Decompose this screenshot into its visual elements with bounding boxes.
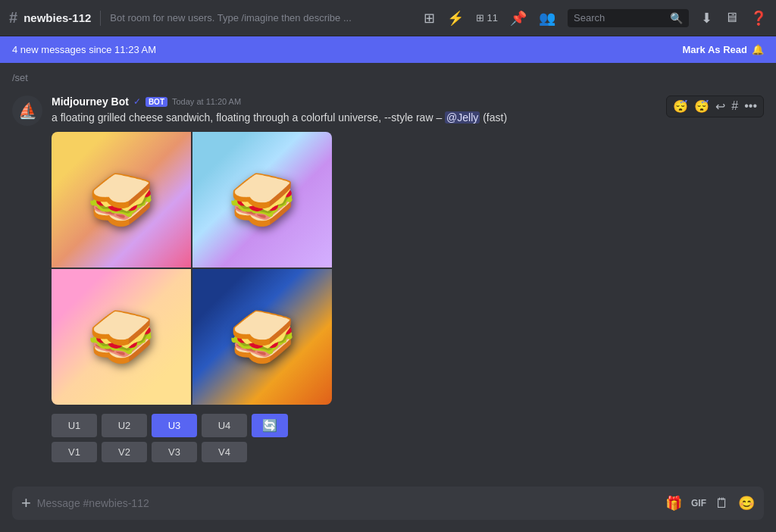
message-timestamp: Today at 11:20 AM xyxy=(172,97,241,106)
search-icon: 🔍 xyxy=(670,12,683,24)
image-bottom-right[interactable]: 🥪 xyxy=(192,269,332,405)
add-attachment-button[interactable]: + xyxy=(21,493,31,513)
message-main-text: a floating grilled cheese sandwich, floa… xyxy=(52,111,433,124)
verified-icon: ✓ xyxy=(133,96,141,107)
mark-as-read-button[interactable]: Mark As Read 🔔 xyxy=(683,44,765,55)
v3-button[interactable]: V3 xyxy=(152,442,197,462)
gif-icon[interactable]: GIF xyxy=(691,498,706,509)
system-message-text: /set xyxy=(12,72,28,83)
message-body: Midjourney Bot ✓ BOT Today at 11:20 AM a… xyxy=(52,95,764,405)
message-actions: 😴 😴 ↩ # ••• xyxy=(666,95,764,117)
channel-hash-icon: # xyxy=(9,9,17,27)
image-action-buttons: U1 U2 U3 U4 🔄 V1 V2 V3 V4 xyxy=(0,408,776,465)
bot-badge: BOT xyxy=(146,97,167,107)
channel-header: # newbies-112 Bot room for new users. Ty… xyxy=(0,0,776,36)
react2-icon[interactable]: 😴 xyxy=(694,99,709,114)
sandwich-emoji-tr: 🥪 xyxy=(228,167,296,232)
bell-icon: 🔔 xyxy=(752,44,764,55)
v2-button[interactable]: V2 xyxy=(102,442,147,462)
system-message: /set xyxy=(0,69,776,86)
image-top-left[interactable]: 🥪 xyxy=(52,132,191,268)
u2-button[interactable]: U2 xyxy=(102,414,147,437)
header-actions: ⊞ ⚡ ⊞ 11 📌 👥 🔍 ⬇ 🖥 ❓ xyxy=(424,9,767,27)
v1-button[interactable]: V1 xyxy=(52,442,97,462)
pin-icon[interactable]: 📌 xyxy=(510,10,527,27)
member-count-badge: ⊞ 11 xyxy=(476,12,498,23)
emoji-icon[interactable]: 😊 xyxy=(738,495,755,512)
message-speed: (fast) xyxy=(483,111,507,124)
notification-bar: 4 new messages since 11:23 AM Mark As Re… xyxy=(0,36,776,63)
sticker-icon[interactable]: 🗒 xyxy=(715,496,729,512)
chat-input[interactable] xyxy=(37,497,659,509)
mark-read-label: Mark As Read xyxy=(683,44,748,55)
react-icon[interactable]: 😴 xyxy=(673,99,688,114)
header-divider xyxy=(100,11,101,26)
bot-avatar-icon: ⛵ xyxy=(18,102,37,120)
gift-icon[interactable]: 🎁 xyxy=(665,495,682,512)
sandwich-emoji-tl: 🥪 xyxy=(87,167,155,232)
u1-button[interactable]: U1 xyxy=(52,414,97,437)
help-icon[interactable]: ❓ xyxy=(750,10,767,27)
refresh-button[interactable]: 🔄 xyxy=(252,414,288,437)
members-icon[interactable]: 👥 xyxy=(539,10,555,27)
reply-icon[interactable]: ↩ xyxy=(715,99,725,114)
member-count: 11 xyxy=(487,12,498,23)
threads-icon[interactable]: ⊞ xyxy=(424,10,435,27)
image-grid[interactable]: 🥪 🥪 🥪 🥪 xyxy=(52,132,332,405)
more-icon[interactable]: ••• xyxy=(744,99,757,114)
image-top-right[interactable]: 🥪 xyxy=(192,132,332,268)
input-toolbar: 🎁 GIF 🗒 😊 xyxy=(665,495,755,512)
sandwich-emoji-br: 🥪 xyxy=(228,305,296,369)
sandwich-emoji-bl: 🥪 xyxy=(87,305,155,369)
chat-input-box[interactable]: + 🎁 GIF 🗒 😊 xyxy=(12,487,764,520)
message-text: a floating grilled cheese sandwich, floa… xyxy=(52,111,764,126)
avatar: ⛵ xyxy=(12,95,42,126)
inbox-icon[interactable]: ⬇ xyxy=(701,10,712,27)
u4-button[interactable]: U4 xyxy=(202,414,247,437)
upscale-buttons-row: U1 U2 U3 U4 🔄 xyxy=(52,414,764,437)
chat-area: /set ⛵ Midjourney Bot ✓ BOT Today at 11:… xyxy=(0,63,776,487)
chat-input-area: + 🎁 GIF 🗒 😊 xyxy=(0,487,776,532)
search-box[interactable]: 🔍 xyxy=(568,9,689,27)
hash-icon: ⊞ xyxy=(476,12,484,23)
search-input[interactable] xyxy=(574,12,665,23)
variation-buttons-row: V1 V2 V3 V4 xyxy=(52,442,764,462)
mention-tag: @Jelly xyxy=(445,111,480,124)
message-header: Midjourney Bot ✓ BOT Today at 11:20 AM xyxy=(52,95,764,108)
screen-share-icon[interactable]: 🖥 xyxy=(724,10,738,26)
image-bottom-left[interactable]: 🥪 xyxy=(52,269,191,405)
mute-icon[interactable]: ⚡ xyxy=(447,10,464,27)
channel-topic: Bot room for new users. Type /imagine th… xyxy=(110,12,417,23)
bot-username: Midjourney Bot xyxy=(52,95,129,108)
channel-name: newbies-112 xyxy=(23,11,91,24)
notification-text: 4 new messages since 11:23 AM xyxy=(12,44,156,55)
u3-button[interactable]: U3 xyxy=(152,414,197,437)
bot-message: ⛵ Midjourney Bot ✓ BOT Today at 11:20 AM… xyxy=(0,92,776,408)
v4-button[interactable]: V4 xyxy=(202,442,247,462)
thread-icon[interactable]: # xyxy=(731,99,738,114)
